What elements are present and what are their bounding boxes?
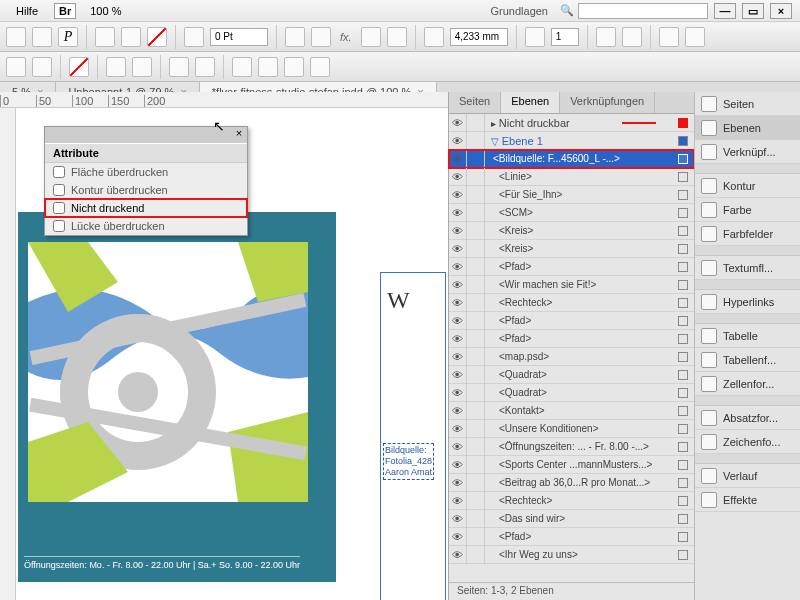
char-icon[interactable]: P xyxy=(58,27,78,47)
layer-row[interactable]: 👁<Pfad> xyxy=(449,528,694,546)
tool-icon[interactable] xyxy=(622,27,642,47)
layer-row[interactable]: 👁<Unsere Konditionen> xyxy=(449,420,694,438)
tool-icon[interactable] xyxy=(258,57,278,77)
tool-icon[interactable] xyxy=(596,27,616,47)
layer-row[interactable]: 👁<Sports Center ...mannMusters...> xyxy=(449,456,694,474)
image-credit[interactable]: Bildquelle: Fotolia_428 Aaron Amat xyxy=(383,443,434,480)
eye-icon[interactable]: 👁 xyxy=(449,330,467,348)
sidebar-item[interactable]: Zellenfor... xyxy=(695,372,800,396)
eye-icon[interactable]: 👁 xyxy=(449,492,467,510)
tool-icon[interactable] xyxy=(169,57,189,77)
close-icon[interactable]: × xyxy=(231,127,247,143)
sidebar-item[interactable]: Zeichenfo... xyxy=(695,430,800,454)
sidebar-item[interactable]: Tabelle xyxy=(695,324,800,348)
eye-icon[interactable]: 👁 xyxy=(449,222,467,240)
sidebar-item[interactable]: Textumfl... xyxy=(695,256,800,280)
layer-row-selected[interactable]: 👁 <Bildquelle: F...45600_L -...> xyxy=(449,150,694,168)
stroke-icon[interactable] xyxy=(184,27,204,47)
sidebar-item[interactable]: Ebenen xyxy=(695,116,800,140)
sidebar-item[interactable]: Effekte xyxy=(695,488,800,512)
layer-row[interactable]: 👁<Linie> xyxy=(449,168,694,186)
eye-icon[interactable]: 👁 xyxy=(449,132,467,150)
tool-icon[interactable] xyxy=(659,27,679,47)
tool-icon[interactable] xyxy=(32,27,52,47)
eye-icon[interactable]: 👁 xyxy=(449,150,467,168)
search-input[interactable] xyxy=(578,3,708,19)
tab-verknuepfungen[interactable]: Verknüpfungen xyxy=(560,92,655,113)
eye-icon[interactable]: 👁 xyxy=(449,168,467,186)
tool-icon[interactable] xyxy=(6,27,26,47)
sidebar-item[interactable]: Seiten xyxy=(695,92,800,116)
close-button[interactable]: × xyxy=(770,3,792,19)
tool-icon[interactable] xyxy=(387,27,407,47)
tool-icon[interactable] xyxy=(311,27,331,47)
sidebar-item[interactable]: Verlauf xyxy=(695,464,800,488)
eye-icon[interactable]: 👁 xyxy=(449,276,467,294)
eye-icon[interactable]: 👁 xyxy=(449,546,467,564)
workspace-label[interactable]: Grundlagen xyxy=(491,5,549,17)
layer-row[interactable]: 👁<Das sind wir> xyxy=(449,510,694,528)
help-menu[interactable]: Hilfe xyxy=(8,3,46,19)
index-input[interactable]: 1 xyxy=(551,28,579,46)
tool-icon[interactable] xyxy=(232,57,252,77)
no-fill-icon[interactable] xyxy=(147,27,167,47)
layer-row[interactable]: 👁 ▸ Nicht druckbar xyxy=(449,114,694,132)
eye-icon[interactable]: 👁 xyxy=(449,474,467,492)
layer-row[interactable]: 👁<Kreis> xyxy=(449,240,694,258)
measure-input[interactable]: 4,233 mm xyxy=(450,28,508,46)
tab-ebenen[interactable]: Ebenen xyxy=(501,92,560,113)
layer-row[interactable]: 👁<Für Sie_Ihn> xyxy=(449,186,694,204)
eye-icon[interactable]: 👁 xyxy=(449,420,467,438)
sidebar-item[interactable]: Farbfelder xyxy=(695,222,800,246)
attr-overprint-fill[interactable]: Fläche überdrucken xyxy=(45,163,247,181)
minimize-button[interactable]: — xyxy=(714,3,736,19)
eye-icon[interactable]: 👁 xyxy=(449,384,467,402)
sidebar-item[interactable]: Absatzfor... xyxy=(695,406,800,430)
no-fill-icon[interactable] xyxy=(69,57,89,77)
stroke-width-input[interactable]: 0 Pt xyxy=(210,28,268,46)
tool-icon[interactable] xyxy=(6,57,26,77)
sidebar-item[interactable]: Tabellenf... xyxy=(695,348,800,372)
sidebar-item[interactable]: Hyperlinks xyxy=(695,290,800,314)
tool-icon[interactable] xyxy=(95,27,115,47)
eye-icon[interactable]: 👁 xyxy=(449,258,467,276)
bridge-icon[interactable]: Br xyxy=(54,3,76,19)
tool-icon[interactable] xyxy=(361,27,381,47)
eye-icon[interactable]: 👁 xyxy=(449,240,467,258)
layer-row[interactable]: 👁<Kreis> xyxy=(449,222,694,240)
eye-icon[interactable]: 👁 xyxy=(449,348,467,366)
layer-row[interactable]: 👁<map.psd> xyxy=(449,348,694,366)
eye-icon[interactable]: 👁 xyxy=(449,438,467,456)
layer-row[interactable]: 👁<Wir machen sie Fit!> xyxy=(449,276,694,294)
attr-overprint-gap[interactable]: Lücke überdrucken xyxy=(45,217,247,235)
tool-icon[interactable] xyxy=(121,27,141,47)
tab-seiten[interactable]: Seiten xyxy=(449,92,501,113)
eye-icon[interactable]: 👁 xyxy=(449,402,467,420)
layer-row[interactable]: 👁<Quadrat> xyxy=(449,366,694,384)
eye-icon[interactable]: 👁 xyxy=(449,204,467,222)
eye-icon[interactable]: 👁 xyxy=(449,186,467,204)
page-2-sliver[interactable]: W Bildquelle: Fotolia_428 Aaron Amat xyxy=(380,272,446,600)
crop-icon[interactable] xyxy=(424,27,444,47)
tool-icon[interactable] xyxy=(132,57,152,77)
maximize-button[interactable]: ▭ xyxy=(742,3,764,19)
tool-icon[interactable] xyxy=(310,57,330,77)
page-artboard[interactable]: Öffnungszeiten: Mo. - Fr. 8.00 - 22.00 U… xyxy=(18,212,336,582)
tool-icon[interactable] xyxy=(106,57,126,77)
layer-row[interactable]: 👁<Öffnungszeiten: ... - Fr. 8.00 -...> xyxy=(449,438,694,456)
layer-row[interactable]: 👁 ▽ Ebene 1 xyxy=(449,132,694,150)
eye-icon[interactable]: 👁 xyxy=(449,114,467,132)
tool-icon[interactable] xyxy=(685,27,705,47)
layer-row[interactable]: 👁<Pfad> xyxy=(449,258,694,276)
eye-icon[interactable]: 👁 xyxy=(449,294,467,312)
tool-icon[interactable] xyxy=(32,57,52,77)
attr-overprint-stroke[interactable]: Kontur überdrucken xyxy=(45,181,247,199)
attr-nonprinting[interactable]: Nicht druckend xyxy=(45,199,247,217)
eye-icon[interactable]: 👁 xyxy=(449,456,467,474)
layer-row[interactable]: 👁<Rechteck> xyxy=(449,492,694,510)
layer-row[interactable]: 👁<SCM> xyxy=(449,204,694,222)
fx-icon[interactable]: fx. xyxy=(340,31,352,43)
layer-row[interactable]: 👁<Rechteck> xyxy=(449,294,694,312)
attribute-panel[interactable]: × Attribute Fläche überdrucken Kontur üb… xyxy=(44,126,248,236)
tool-icon[interactable] xyxy=(285,27,305,47)
